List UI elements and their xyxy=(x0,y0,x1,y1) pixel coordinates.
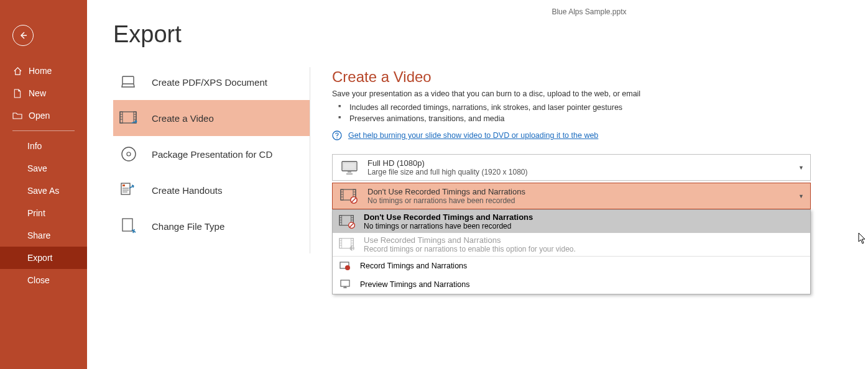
film-audio-icon xyxy=(339,236,356,253)
svg-point-25 xyxy=(345,265,350,270)
menu-simple-label: Preview Timings and Narrations xyxy=(360,280,469,289)
nav-label: Home xyxy=(29,66,52,76)
svg-rect-22 xyxy=(339,238,342,248)
cursor-icon xyxy=(858,232,867,245)
nav-save[interactable]: Save xyxy=(0,157,87,180)
svg-point-5 xyxy=(127,152,131,156)
filetype-icon xyxy=(119,217,138,235)
pdf-icon xyxy=(119,73,138,91)
nav-label: Info xyxy=(27,141,42,151)
nav-label: Print xyxy=(27,208,45,218)
nav-export[interactable]: Export xyxy=(0,247,87,269)
export-types-panel: Export Create PDF/XPS Document Create a … xyxy=(87,0,310,369)
export-create-handouts[interactable]: Create Handouts xyxy=(113,172,310,208)
chevron-down-icon: ▼ xyxy=(798,165,804,171)
nav-label: Export xyxy=(27,253,52,263)
nav-home[interactable]: Home xyxy=(0,60,87,82)
export-change-file-type[interactable]: Change File Type xyxy=(113,208,310,244)
bullet-2: Preserves animations, transitions, and m… xyxy=(349,113,851,124)
handouts-icon xyxy=(119,181,138,199)
menu-preview-timings[interactable]: Preview Timings and Narrations xyxy=(333,275,810,294)
back-button[interactable] xyxy=(12,25,34,46)
record-icon xyxy=(339,260,351,271)
nav-label: Share xyxy=(27,230,50,240)
help-icon xyxy=(332,130,342,140)
svg-rect-12 xyxy=(343,163,356,170)
quality-sub: Large file size and full high quality (1… xyxy=(367,168,804,176)
section-desc: Save your presentation as a video that y… xyxy=(332,89,851,98)
nav-label: Close xyxy=(27,275,50,285)
nav-save-as[interactable]: Save As xyxy=(0,180,87,202)
timings-dropdown[interactable]: Don't Use Recorded Timings and Narration… xyxy=(332,183,811,209)
nav-label: New xyxy=(29,88,46,98)
feature-bullets: Includes all recorded timings, narration… xyxy=(332,102,851,124)
export-create-video[interactable]: Create a Video xyxy=(113,100,310,136)
new-icon xyxy=(12,88,22,98)
nav-close[interactable]: Close xyxy=(0,269,87,291)
svg-point-10 xyxy=(336,137,338,139)
nav-share[interactable]: Share xyxy=(0,224,87,247)
timings-title: Don't Use Recorded Timings and Narration… xyxy=(367,187,804,196)
export-item-label: Package Presentation for CD xyxy=(152,149,272,160)
bullet-1: Includes all recorded timings, narration… xyxy=(349,102,851,113)
nav-label: Open xyxy=(29,111,50,121)
menu-simple-label: Record Timings and Narrations xyxy=(360,262,467,270)
nav-label: Save As xyxy=(27,186,59,196)
export-package-cd[interactable]: Package Presentation for CD xyxy=(113,136,310,172)
cd-icon xyxy=(119,145,138,163)
svg-rect-26 xyxy=(341,280,349,286)
export-item-label: Create Handouts xyxy=(152,185,222,196)
quality-title: Full HD (1080p) xyxy=(367,158,804,168)
svg-rect-7 xyxy=(122,184,125,186)
menu-opt-dont-use[interactable]: Don't Use Recorded Timings and Narration… xyxy=(333,210,810,233)
menu-opt-title: Don't Use Recorded Timings and Narration… xyxy=(364,212,533,222)
nav-print[interactable]: Print xyxy=(0,202,87,224)
film-no-icon xyxy=(339,213,356,230)
nav-label: Save xyxy=(27,163,47,173)
document-title: Blue Alps Sample.pptx xyxy=(310,7,868,16)
section-title: Create a Video xyxy=(332,68,851,86)
export-pdf-xps[interactable]: Create PDF/XPS Document xyxy=(113,64,310,100)
backstage-sidebar: Home New Open Info Save Save As Print Sh… xyxy=(0,0,87,369)
menu-record-timings[interactable]: Record Timings and Narrations xyxy=(333,257,810,275)
page-title: Export xyxy=(113,21,310,48)
video-quality-dropdown[interactable]: Full HD (1080p) Large file size and full… xyxy=(332,154,811,181)
nav-new[interactable]: New xyxy=(0,82,87,104)
nav-open[interactable]: Open xyxy=(0,104,87,127)
preview-icon xyxy=(339,279,351,290)
export-item-label: Create a Video xyxy=(152,113,214,124)
nav-divider xyxy=(12,130,75,131)
open-icon xyxy=(12,111,22,121)
svg-rect-0 xyxy=(122,76,134,84)
film-no-icon xyxy=(339,188,360,205)
video-icon xyxy=(119,109,138,127)
monitor-icon xyxy=(339,159,360,176)
home-icon xyxy=(12,66,22,76)
svg-point-4 xyxy=(122,147,136,161)
export-item-label: Create PDF/XPS Document xyxy=(152,77,267,88)
timings-sub: No timings or narrations have been recor… xyxy=(367,196,804,205)
chevron-down-icon: ▼ xyxy=(798,193,804,199)
menu-opt-title: Use Recorded Timings and Narrations xyxy=(364,235,576,245)
svg-rect-18 xyxy=(339,215,342,225)
main-panel: Blue Alps Sample.pptx Create a Video Sav… xyxy=(310,0,868,369)
menu-opt-use-recorded: Use Recorded Timings and Narrations Reco… xyxy=(333,233,810,256)
arrow-left-icon xyxy=(18,30,28,40)
menu-opt-sub: Record timings or narrations to enable t… xyxy=(364,245,576,253)
nav-info[interactable]: Info xyxy=(0,135,87,157)
help-link[interactable]: Get help burning your slide show video t… xyxy=(348,131,598,140)
timings-menu: Don't Use Recorded Timings and Narration… xyxy=(332,209,811,294)
menu-opt-sub: No timings or narrations have been recor… xyxy=(364,222,533,230)
svg-rect-8 xyxy=(122,219,132,231)
export-item-label: Change File Type xyxy=(152,221,224,232)
